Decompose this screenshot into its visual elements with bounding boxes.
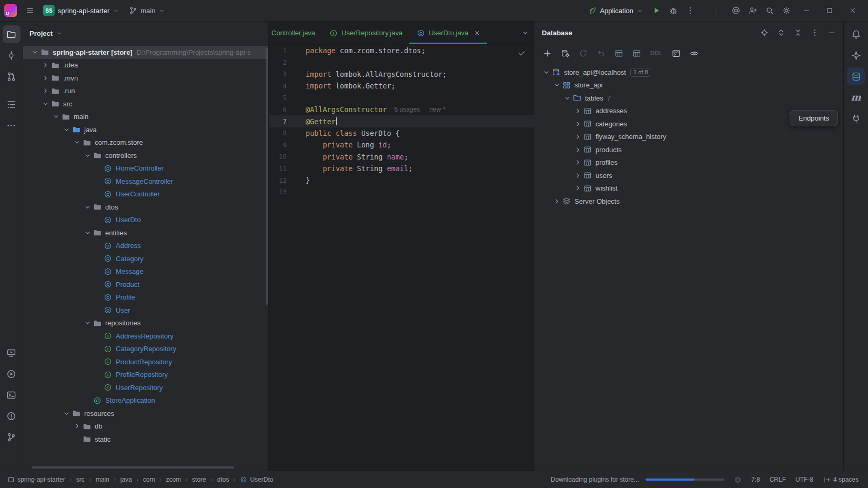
tree-row-src[interactable]: src <box>23 97 268 111</box>
refresh-button[interactable] <box>579 49 588 58</box>
vertical-scrollbar[interactable] <box>266 48 268 305</box>
line-number[interactable]: 1 <box>269 47 287 55</box>
minimize-button[interactable] <box>795 3 817 18</box>
breadcrumb-item-java[interactable]: java <box>118 476 134 483</box>
tree-row-repositories[interactable]: repositories <box>23 317 268 330</box>
commit-tool-button[interactable] <box>3 46 21 64</box>
tree-row-product[interactable]: CProduct <box>23 278 268 291</box>
chevron-right-icon[interactable] <box>40 74 51 82</box>
breadcrumb-item-store[interactable]: store <box>190 476 208 483</box>
tree-row-message[interactable]: CMessage <box>23 265 268 278</box>
run-button[interactable] <box>649 3 664 18</box>
tree-row-profilerepository[interactable]: IProfileRepository <box>23 369 268 382</box>
notifications-button[interactable] <box>847 25 865 43</box>
maven-tool-button[interactable]: m <box>847 88 865 106</box>
chevron-right-icon[interactable] <box>40 87 51 95</box>
tree-row-messagecontroller[interactable]: CMessageController <box>23 175 268 188</box>
chevron-right-icon[interactable] <box>572 146 583 154</box>
table-view-button[interactable] <box>614 49 623 58</box>
structure-tool-button[interactable] <box>3 95 21 113</box>
line-number[interactable]: 9 <box>269 141 287 149</box>
maximize-button[interactable] <box>819 3 841 18</box>
rollback-button[interactable] <box>597 49 605 58</box>
tree-row-users[interactable]: users <box>534 169 843 182</box>
chevron-down-icon[interactable] <box>61 126 72 134</box>
search-everywhere-button[interactable] <box>762 3 778 18</box>
ai-assistant-button[interactable] <box>847 46 865 64</box>
project-selector[interactable]: SS spring-api-starter <box>39 3 124 18</box>
cancel-progress-icon[interactable] <box>734 476 742 484</box>
close-tab-icon[interactable] <box>473 29 480 36</box>
breadcrumb-item-src[interactable]: src <box>74 476 87 483</box>
caret-position[interactable]: 7:8 <box>751 476 760 483</box>
pull-requests-tool-button[interactable] <box>3 67 21 85</box>
tree-row-idea[interactable]: .idea <box>23 59 268 72</box>
more-actions-button[interactable] <box>682 3 698 18</box>
line-number[interactable]: 11 <box>269 165 287 173</box>
breadcrumb-item-spring-api-starter[interactable]: spring-api-starter <box>5 476 67 483</box>
select-in-editor-button[interactable] <box>760 28 769 37</box>
tree-row-addressrepository[interactable]: IAddressRepository <box>23 330 268 343</box>
tree-row-user[interactable]: CUser <box>23 304 268 317</box>
tree-row-java[interactable]: java <box>23 123 268 136</box>
chevron-down-icon[interactable] <box>56 30 63 37</box>
branch-selector[interactable]: main <box>125 3 169 18</box>
code-line-3[interactable]: 3import lombok.AllArgsConstructor; <box>269 68 534 80</box>
chevron-right-icon[interactable] <box>72 422 82 430</box>
new-item-button[interactable] <box>543 49 552 58</box>
code-line-1[interactable]: 1package com.zcom.store.dtos; <box>269 45 534 56</box>
endpoints-tool-button[interactable] <box>847 109 865 127</box>
chevron-down-icon[interactable] <box>72 138 82 146</box>
view-options-button[interactable] <box>690 49 699 58</box>
more-tool-windows-button[interactable] <box>3 116 21 134</box>
tree-row-spring-api-starter-store[interactable]: spring-api-starter [store]D:\Programming… <box>23 46 268 59</box>
line-number[interactable]: 3 <box>269 70 287 78</box>
code-line-6[interactable]: 6@AllArgsConstructor5 usagesnew * <box>269 104 534 115</box>
run-config-selector[interactable]: Application <box>584 3 648 18</box>
code-line-2[interactable]: 2 <box>269 56 534 68</box>
line-number[interactable]: 4 <box>269 82 287 90</box>
chevron-down-icon[interactable] <box>29 48 40 56</box>
project-tool-button[interactable] <box>3 25 21 43</box>
tree-row-homecontroller[interactable]: CHomeController <box>23 162 268 175</box>
editor-tab-userrepository-java[interactable]: IUserRepository.java <box>322 22 409 44</box>
run-tool-button[interactable] <box>3 365 21 383</box>
chevron-down-icon[interactable] <box>82 152 93 160</box>
line-separator[interactable]: CRLF <box>770 476 786 483</box>
code-line-4[interactable]: 4import lombok.Getter; <box>269 80 534 92</box>
line-number[interactable]: 6 <box>269 106 287 114</box>
chevron-down-icon[interactable] <box>61 410 72 417</box>
breadcrumb-item-zcom[interactable]: zcom <box>164 476 183 483</box>
chevron-down-icon[interactable] <box>51 113 61 121</box>
code-line-13[interactable]: 13 <box>269 186 534 198</box>
table-data-button[interactable] <box>632 49 641 58</box>
horizontal-scrollbar[interactable] <box>32 466 234 469</box>
chevron-down-icon[interactable] <box>82 203 93 211</box>
breadcrumb-item-dtos[interactable]: dtos <box>215 476 231 483</box>
tree-row-entities[interactable]: entities <box>23 226 268 240</box>
code-line-5[interactable]: 5 <box>269 92 534 104</box>
line-number[interactable]: 2 <box>269 58 287 66</box>
line-number[interactable]: 10 <box>269 153 287 161</box>
tree-row-userrepository[interactable]: IUserRepository <box>23 381 268 394</box>
chevron-down-icon[interactable] <box>82 229 93 237</box>
tree-row-productrepository[interactable]: IProductRepository <box>23 355 268 369</box>
editor-tab-controller-java[interactable]: Controller.java <box>269 22 322 44</box>
line-number[interactable]: 7 <box>269 117 287 125</box>
editor-tab-userdto-java[interactable]: CUserDto.java <box>409 22 487 44</box>
tree-row-store-api-localhost[interactable]: store_api@localhost1 of 8 <box>534 66 843 79</box>
close-button[interactable] <box>842 3 864 18</box>
services-tool-button[interactable] <box>3 344 21 362</box>
code-line-9[interactable]: 9 private Long id; <box>269 139 534 151</box>
code-line-11[interactable]: 11 private String email; <box>269 163 534 174</box>
file-encoding[interactable]: UTF-8 <box>795 476 813 483</box>
tree-row-storeapplication[interactable]: CStoreApplication <box>23 394 268 407</box>
line-number[interactable]: 13 <box>269 188 287 196</box>
tree-row-resources[interactable]: resources <box>23 407 268 420</box>
breadcrumb-item-userdto[interactable]: CUserDto <box>238 476 275 483</box>
chevron-down-icon[interactable] <box>562 94 572 102</box>
tree-row-com-zcom-store[interactable]: com.zcom.store <box>23 136 268 150</box>
line-number[interactable]: 12 <box>269 176 287 184</box>
chevron-right-icon[interactable] <box>572 184 583 192</box>
tree-row-address[interactable]: CAddress <box>23 240 268 253</box>
